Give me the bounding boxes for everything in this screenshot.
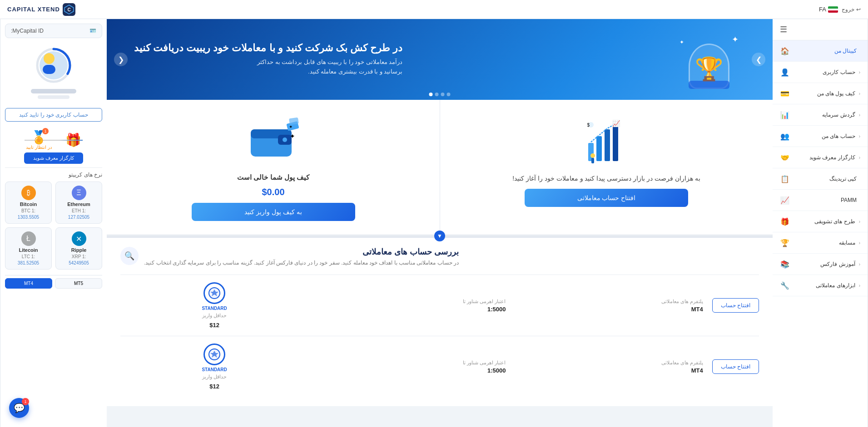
sidebar-item-7[interactable]: PAMM 📈 — [773, 190, 868, 211]
account-leverage-0: اعتبار اهرمی شناور تا 1:5000 — [317, 299, 506, 313]
sidebar-icon-7: 📈 — [780, 195, 790, 205]
chevron-icon-10: ‹ — [859, 262, 860, 267]
banner-dot-2[interactable] — [441, 93, 445, 96]
account-platform-0: پلتفرم های معاملاتی MT4 — [515, 299, 703, 313]
accounts-header: بررسی حساب های معاملاتی در حساب معاملاتی… — [120, 247, 759, 267]
wallet-card: ✦ ✦ کیف پول شما خالی است $0.00 به کیف پو… — [107, 100, 440, 235]
svg-point-11 — [590, 153, 595, 158]
banner-next-button[interactable]: ❯ — [752, 53, 765, 66]
sidebar-item-11[interactable]: ‹ ابزارهای معاملاتی 🔧 — [773, 275, 868, 296]
sidebar-icon-6: 📋 — [780, 174, 790, 184]
sidebar-label-2: کیف پول های من — [790, 90, 855, 97]
sidebar-item-8[interactable]: ‹ طرح های تشویقی 🎁 — [773, 211, 868, 232]
crypto-icon-ripple: ✕ — [72, 231, 86, 246]
sidebar-label-0: کپیتال من — [790, 48, 857, 54]
banner-dot-4[interactable] — [429, 93, 433, 96]
tab-label-mt5: MT5 — [74, 281, 83, 286]
trading-account-card: 📈 $ به هزاران فرصت در بازار دسترسی پیدا … — [440, 100, 773, 235]
banner: 🏆 ✦ ✦ در طرح کش بک شرکت کنید و با معاملا… — [107, 19, 773, 100]
sidebar-icon-0: 🏠 — [780, 46, 790, 56]
sidebar-label-8: طرح های تشویقی — [790, 218, 855, 225]
become-referral-button[interactable]: کارگزار معرف شوید — [24, 152, 83, 164]
deposit-wallet-button[interactable]: به کیف پول واریز کنید — [192, 203, 355, 221]
sidebar-item-4[interactable]: ‹ حساب های من 👥 — [773, 126, 868, 147]
center-content: 🏆 ✦ ✦ در طرح کش بک شرکت کنید و با معاملا… — [107, 19, 773, 427]
sidebar-item-5[interactable]: ‹ کارگزار معرف شوید 🤝 — [773, 147, 868, 168]
top-nav-left: ↩ خروج FA — [819, 6, 861, 13]
banner-subtitle: درآمد معاملاتی خود را با ریبیت های قابل … — [134, 58, 402, 77]
card-trading-text: به هزاران فرصت در بازار دسترسی پیدا کنید… — [512, 173, 700, 183]
cards-section: 📈 $ به هزاران فرصت در بازار دسترسی پیدا … — [107, 100, 773, 235]
banner-dot-3[interactable] — [435, 93, 439, 96]
sidebar-item-1[interactable]: ‹ حساب کاربری 👤 — [773, 62, 868, 83]
hamburger-icon[interactable]: ☰ — [780, 25, 787, 34]
banner-prev-button[interactable]: ❮ — [114, 53, 128, 66]
min-deposit-value-0: $12 — [209, 322, 219, 329]
account-badge-circle-0 — [203, 282, 225, 304]
chevron-icon-8: ‹ — [859, 219, 860, 224]
sidebar-icon-5: 🤝 — [780, 152, 790, 162]
leverage-label-1: اعتبار اهرمی شناور تا — [317, 360, 506, 366]
sidebar-item-3[interactable]: ‹ گردش سرمایه 📊 — [773, 104, 868, 126]
sidebar-label-5: کارگزار معرف شوید — [790, 154, 855, 161]
chevron-icon-1: ‹ — [859, 70, 860, 75]
crypto-price-ethereum: 127.02505 — [68, 215, 89, 220]
verify-account-button[interactable]: حساب کاربری خود را تایید کنید — [5, 108, 102, 122]
flag-icon — [828, 6, 838, 13]
sidebar-label-11: ابزارهای معاملاتی — [790, 282, 855, 289]
sidebar-icon-4: 👥 — [780, 131, 790, 141]
chat-button[interactable]: 💬 1 — [9, 398, 29, 418]
sidebar-icon-1: 👤 — [780, 67, 790, 77]
crypto-name-bitcoin: Bitcoin — [20, 201, 37, 207]
platform-tab-mt4[interactable]: MT4 — [5, 278, 52, 289]
account-badge-label-1: STANDARD — [202, 367, 227, 372]
crypto-price-litecoin: 381.52505 — [18, 260, 39, 265]
top-nav: ↩ خروج FA C CAPITAL XTEND — [0, 0, 868, 19]
open-account-button-0[interactable]: افتتاح حساب — [712, 298, 759, 313]
chevron-icon-5: ‹ — [859, 155, 860, 160]
sidebar-label-6: کپی تریدینگ — [790, 176, 857, 182]
tab-label-mt4: MT4 — [24, 281, 33, 286]
platform-tabs: MT5MT4 — [5, 275, 102, 289]
open-trading-account-button[interactable]: افتتاح حساب معاملاتی — [525, 189, 688, 207]
logout-label: خروج — [842, 6, 854, 13]
referral-badges: 🎁 🏅 1 در انتظار تایید — [5, 130, 102, 150]
open-account-button-1[interactable]: افتتاح حساب — [712, 359, 759, 374]
sidebar-label-7: PAMM — [790, 197, 857, 203]
banner-dot-1[interactable] — [447, 93, 451, 96]
language-label: FA — [819, 6, 826, 13]
svg-text:C: C — [67, 7, 70, 12]
svg-rect-18 — [289, 118, 299, 125]
platform-label-1: پلتفرم های معاملاتی — [515, 360, 703, 366]
crypto-ticker-ripple: XRP 1: — [72, 254, 86, 259]
crypto-icon-ethereum: Ξ — [72, 186, 86, 200]
svg-rect-28 — [43, 65, 55, 74]
account-badge-circle-1 — [203, 344, 225, 365]
chat-notification-badge: 1 — [22, 398, 29, 405]
account-leverage-1: اعتبار اهرمی شناور تا 1:5000 — [317, 360, 506, 374]
mycapital-id-label: MyCapital ID: — [11, 28, 44, 34]
min-deposit-label-0: حداقل واریز — [202, 313, 227, 319]
pending-label: در انتظار تایید — [26, 145, 52, 150]
svg-point-27 — [44, 53, 55, 64]
crypto-card-bitcoin: ₿ Bitcoin BTC 1: 1303.5505 — [5, 182, 52, 224]
sidebar-item-0[interactable]: کپیتال من 🏠 — [773, 40, 868, 62]
accounts-container: افتتاح حساب پلتفرم های معاملاتی MT4 اعتب… — [120, 275, 759, 397]
logout-button[interactable]: ↩ خروج — [842, 6, 861, 13]
crypto-ticker-ethereum: ETH 1: — [72, 208, 86, 213]
crypto-price-ripple: 54249505 — [69, 260, 89, 265]
sidebar-icon-3: 📊 — [780, 110, 790, 120]
left-sidebar: 🪪 MyCapital ID: حساب کاربری — [0, 19, 107, 427]
platform-tab-mt5[interactable]: MT5 — [55, 278, 102, 289]
language-selector[interactable]: FA — [819, 6, 838, 13]
sidebar-item-9[interactable]: ‹ مسابقه 🏆 — [773, 232, 868, 254]
accounts-title: بررسی حساب های معاملاتی — [144, 247, 459, 257]
avatar-section — [5, 43, 102, 103]
sidebar-icon-8: 🎁 — [780, 216, 790, 226]
account-row-0: افتتاح حساب پلتفرم های معاملاتی MT4 اعتب… — [120, 275, 759, 336]
sidebar-icon-10: 📚 — [780, 259, 790, 269]
crypto-grid: Ξ Ethereum ETH 1: 127.02505 ₿ Bitcoin BT… — [5, 180, 102, 271]
sidebar-item-10[interactable]: ‹ آموزش فارکس 📚 — [773, 254, 868, 275]
sidebar-item-6[interactable]: کپی تریدینگ 📋 — [773, 168, 868, 190]
sidebar-item-2[interactable]: ‹ کیف پول های من 💳 — [773, 83, 868, 104]
